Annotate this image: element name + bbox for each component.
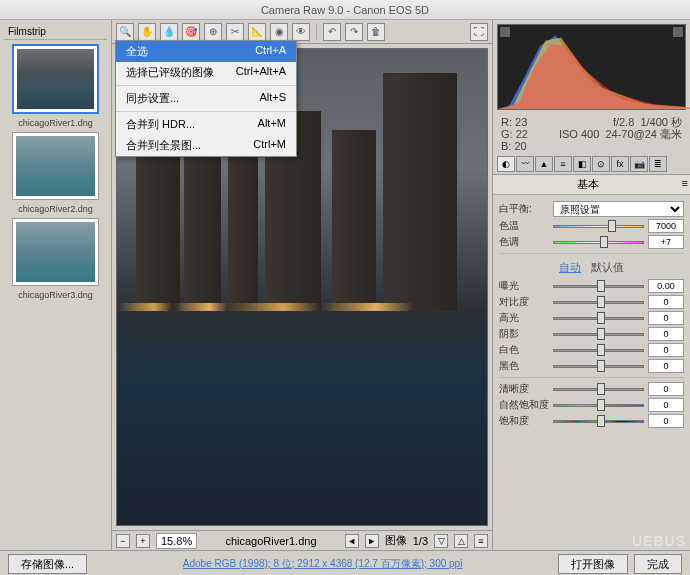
whites-slider[interactable] [553, 343, 644, 357]
clarity-value[interactable] [648, 382, 684, 396]
saturation-label: 饱和度 [499, 414, 549, 428]
sampler-tool-icon[interactable]: 🎯 [182, 23, 200, 41]
vibrance-value[interactable] [648, 398, 684, 412]
page-counter: 1/3 [413, 535, 428, 547]
exposure-value[interactable] [648, 279, 684, 293]
highlights-label: 高光 [499, 311, 549, 325]
highlights-slider[interactable] [553, 311, 644, 325]
fullscreen-icon[interactable]: ⛶ [470, 23, 488, 41]
thumbnail-3[interactable] [12, 218, 99, 286]
tab-lens[interactable]: ⊙ [592, 156, 610, 172]
tab-hsl[interactable]: ≡ [554, 156, 572, 172]
save-button[interactable]: 存储图像... [8, 554, 87, 574]
hand-tool-icon[interactable]: ✋ [138, 23, 156, 41]
menu-icon[interactable]: ≡ [474, 534, 488, 548]
contrast-value[interactable] [648, 295, 684, 309]
vibrance-label: 自然饱和度 [499, 398, 549, 412]
prev-image-icon[interactable]: ◄ [345, 534, 359, 548]
clarity-slider[interactable] [553, 382, 644, 396]
thumbnail-1-label: chicagoRiver1.dng [4, 118, 107, 128]
section-title: 基本 ≡ [493, 175, 690, 195]
tint-label: 色调 [499, 235, 549, 249]
done-button[interactable]: 完成 [634, 554, 682, 574]
temp-value[interactable] [648, 219, 684, 233]
adjustments-panel: R: 23 G: 22 B: 20 f/2.8 1/400 秒 ISO 400 … [492, 20, 690, 550]
thumbnail-3-label: chicagoRiver3.dng [4, 290, 107, 300]
default-link[interactable]: 默认值 [591, 260, 624, 275]
exif-readout: R: 23 G: 22 B: 20 f/2.8 1/400 秒 ISO 400 … [493, 114, 690, 154]
menu-select-rated[interactable]: 选择已评级的图像Ctrl+Alt+A [116, 62, 296, 83]
footer: 存储图像... Adobe RGB (1998); 8 位; 2912 x 43… [0, 550, 690, 575]
exposure-slider[interactable] [553, 279, 644, 293]
histogram[interactable] [497, 24, 686, 110]
workflow-link[interactable]: Adobe RGB (1998); 8 位; 2912 x 4368 (12.7… [87, 557, 558, 571]
tab-camera[interactable]: 📷 [630, 156, 648, 172]
zoom-out-icon[interactable]: − [116, 534, 130, 548]
tab-presets[interactable]: ≣ [649, 156, 667, 172]
target-tool-icon[interactable]: ⊕ [204, 23, 222, 41]
zoom-level[interactable]: 15.8% [156, 533, 197, 549]
highlights-value[interactable] [648, 311, 684, 325]
tab-fx[interactable]: fx [611, 156, 629, 172]
temp-slider[interactable] [553, 219, 644, 233]
exposure-label: 曝光 [499, 279, 549, 293]
watermark: UEBUS [632, 533, 686, 549]
shadows-slider[interactable] [553, 327, 644, 341]
tint-value[interactable] [648, 235, 684, 249]
rotate-ccw-icon[interactable]: ↶ [323, 23, 341, 41]
tab-basic[interactable]: ◐ [497, 156, 515, 172]
filmstrip-panel: Filmstrip chicagoRiver1.dng chicagoRiver… [0, 20, 112, 550]
thumbnail-2[interactable] [12, 132, 99, 200]
menu-sync[interactable]: 同步设置...Alt+S [116, 88, 296, 109]
preview-filename: chicagoRiver1.dng [203, 535, 339, 547]
saturation-value[interactable] [648, 414, 684, 428]
contrast-slider[interactable] [553, 295, 644, 309]
vibrance-slider[interactable] [553, 398, 644, 412]
menu-merge-hdr[interactable]: 合并到 HDR...Alt+M [116, 114, 296, 135]
tab-detail[interactable]: ▲ [535, 156, 553, 172]
window-title: Camera Raw 9.0 - Canon EOS 5D [0, 0, 690, 20]
auto-link[interactable]: 自动 [559, 260, 581, 275]
next-image-icon[interactable]: ► [365, 534, 379, 548]
whites-value[interactable] [648, 343, 684, 357]
shadows-value[interactable] [648, 327, 684, 341]
blacks-label: 黑色 [499, 359, 549, 373]
temp-label: 色温 [499, 219, 549, 233]
context-menu: 全选Ctrl+A 选择已评级的图像Ctrl+Alt+A 同步设置...Alt+S… [115, 40, 297, 157]
tab-curve[interactable]: 〰 [516, 156, 534, 172]
menu-select-all[interactable]: 全选Ctrl+A [116, 41, 296, 62]
crop-tool-icon[interactable]: ✂ [226, 23, 244, 41]
wb-select[interactable]: 原照设置 [553, 201, 684, 217]
thumbnail-2-label: chicagoRiver2.dng [4, 204, 107, 214]
menu-merge-pano[interactable]: 合并到全景图...Ctrl+M [116, 135, 296, 156]
open-button[interactable]: 打开图像 [558, 554, 628, 574]
highlight-clip-icon[interactable]: ▽ [434, 534, 448, 548]
contrast-label: 对比度 [499, 295, 549, 309]
thumbnail-1[interactable] [12, 44, 99, 114]
blacks-value[interactable] [648, 359, 684, 373]
zoom-tool-icon[interactable]: 🔍 [116, 23, 134, 41]
blacks-slider[interactable] [553, 359, 644, 373]
whites-label: 白色 [499, 343, 549, 357]
filmstrip-header: Filmstrip [4, 24, 107, 40]
zoom-in-icon[interactable]: + [136, 534, 150, 548]
preview-status-bar: − + 15.8% chicagoRiver1.dng ◄ ► 图像 1/3 ▽… [112, 530, 492, 550]
shadow-clip-icon[interactable]: △ [454, 534, 468, 548]
panel-tabs: ◐ 〰 ▲ ≡ ◧ ⊙ fx 📷 ≣ [493, 154, 690, 175]
clarity-label: 清晰度 [499, 382, 549, 396]
trash-icon[interactable]: 🗑 [367, 23, 385, 41]
spot-tool-icon[interactable]: ◉ [270, 23, 288, 41]
straighten-tool-icon[interactable]: 📐 [248, 23, 266, 41]
redeye-tool-icon[interactable]: 👁 [292, 23, 310, 41]
rotate-cw-icon[interactable]: ↷ [345, 23, 363, 41]
saturation-slider[interactable] [553, 414, 644, 428]
wb-label: 白平衡: [499, 202, 549, 216]
shadows-label: 阴影 [499, 327, 549, 341]
page-label: 图像 [385, 533, 407, 548]
tint-slider[interactable] [553, 235, 644, 249]
wb-tool-icon[interactable]: 💧 [160, 23, 178, 41]
tab-split[interactable]: ◧ [573, 156, 591, 172]
